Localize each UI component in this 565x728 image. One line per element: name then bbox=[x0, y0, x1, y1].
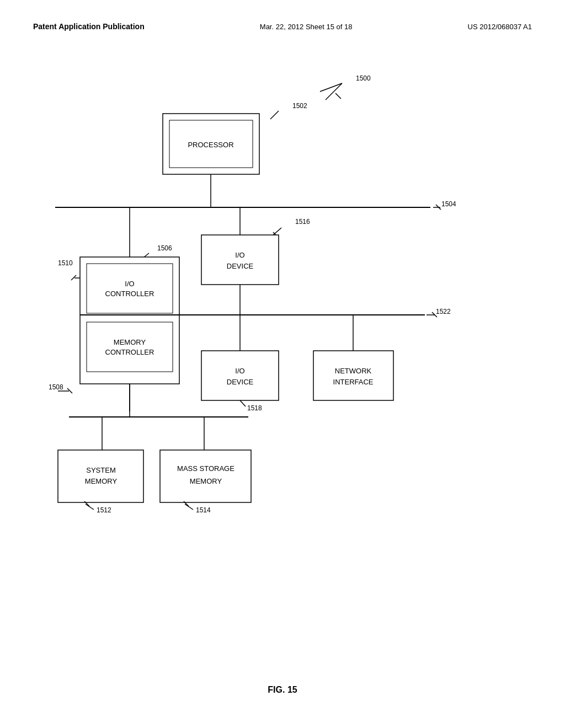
header-center: Mar. 22, 2012 Sheet 15 of 18 bbox=[260, 23, 353, 31]
processor-label: PROCESSOR bbox=[188, 141, 233, 149]
mass-storage-label2: MEMORY bbox=[190, 477, 222, 485]
io-controller-label1: I/O bbox=[125, 280, 134, 288]
label-1508: 1508 bbox=[49, 383, 63, 391]
diagram-svg: .box { fill: white; stroke: black; strok… bbox=[0, 36, 565, 643]
memory-controller-label1: MEMORY bbox=[114, 338, 146, 346]
page: Patent Application Publication Mar. 22, … bbox=[0, 0, 565, 728]
header: Patent Application Publication Mar. 22, … bbox=[0, 0, 565, 31]
label-1512: 1512 bbox=[97, 506, 111, 514]
label-1516: 1516 bbox=[295, 218, 310, 226]
system-memory-label2: MEMORY bbox=[85, 477, 118, 485]
label-1522: 1522 bbox=[436, 308, 451, 315]
io-device-bottom-label1: I/O bbox=[235, 367, 244, 375]
svg-line-1 bbox=[320, 83, 342, 92]
diagram-area: .box { fill: white; stroke: black; strok… bbox=[0, 36, 565, 643]
label-1506: 1506 bbox=[157, 244, 172, 252]
header-left: Patent Application Publication bbox=[33, 22, 145, 31]
svg-line-31 bbox=[185, 504, 193, 510]
svg-line-3 bbox=[270, 111, 279, 119]
label-1500: 1500 bbox=[356, 74, 371, 82]
figure-caption: FIG. 15 bbox=[268, 685, 297, 695]
io-device-top-label1: I/O bbox=[235, 251, 244, 259]
mass-storage-box bbox=[160, 450, 251, 502]
label-1510: 1510 bbox=[58, 259, 73, 267]
label-1504: 1504 bbox=[441, 200, 456, 208]
svg-line-28 bbox=[86, 504, 94, 510]
network-interface-label1: NETWORK bbox=[335, 367, 372, 375]
label-1502: 1502 bbox=[292, 102, 307, 110]
memory-controller-label2: CONTROLLER bbox=[105, 348, 154, 356]
label-1518: 1518 bbox=[247, 404, 262, 412]
io-device-top-box bbox=[201, 235, 279, 285]
system-memory-label1: SYSTEM bbox=[86, 466, 115, 474]
io-controller-label2: CONTROLLER bbox=[105, 290, 154, 298]
io-controller-box bbox=[87, 264, 173, 313]
svg-line-24 bbox=[240, 400, 246, 406]
memory-controller-box bbox=[87, 322, 173, 372]
network-interface-label2: INTERFACE bbox=[333, 378, 374, 386]
svg-line-2 bbox=[335, 93, 341, 99]
network-interface-box bbox=[313, 351, 393, 400]
mass-storage-label1: MASS STORAGE bbox=[177, 464, 234, 473]
header-right: US 2012/068037 A1 bbox=[468, 23, 532, 31]
system-memory-box bbox=[58, 450, 143, 502]
label-1514: 1514 bbox=[196, 506, 211, 514]
io-device-bottom-box bbox=[201, 351, 279, 400]
io-device-bottom-label2: DEVICE bbox=[227, 378, 254, 386]
io-device-top-label2: DEVICE bbox=[227, 262, 254, 270]
